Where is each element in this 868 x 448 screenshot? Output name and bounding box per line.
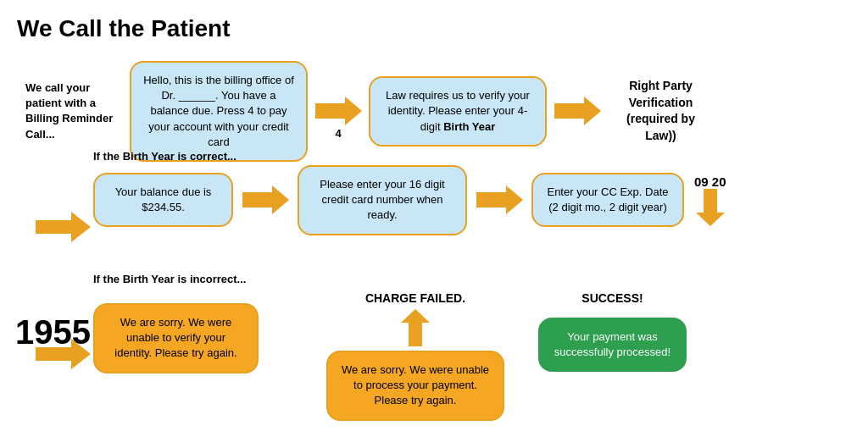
if-incorrect-label: If the Birth Year is incorrect...: [93, 271, 246, 286]
svg-marker-5: [36, 212, 91, 242]
arrow-up-chargefail: [401, 309, 430, 346]
arrow3: [240, 185, 291, 215]
bubble1: Hello, this is the billing office of Dr.…: [130, 61, 308, 162]
bubble3: Your balance due is $234.55.: [93, 173, 233, 227]
svg-marker-6: [36, 339, 91, 369]
arrow-left-correct: [36, 212, 91, 246]
bubble7: We are sorry. We were unable to process …: [326, 351, 504, 421]
svg-marker-7: [401, 309, 430, 346]
bubble4: Please enter your 16 digit credit card n…: [298, 165, 467, 235]
row2: Your balance due is $234.55. Please ente…: [93, 165, 726, 235]
date-value: 09 20: [694, 174, 726, 189]
arrow1: 4: [313, 96, 364, 126]
charge-fail-col: CHARGE FAILED. We are sorry. We were una…: [326, 291, 504, 421]
svg-marker-0: [315, 97, 362, 125]
if-correct-label: If the Birth Year is correct...: [93, 148, 236, 163]
svg-marker-1: [554, 97, 601, 125]
bubble5: Enter your CC Exp. Date (2 digit mo., 2 …: [531, 173, 684, 227]
svg-marker-3: [476, 185, 523, 214]
success-label: SUCCESS!: [581, 291, 643, 305]
svg-marker-4: [696, 189, 725, 226]
bubble8: Your payment was successfully processed!: [538, 318, 687, 372]
call-intro: We call your patient with a Billing Remi…: [25, 80, 123, 142]
right-party-box: Right Party Verification (required by La…: [612, 78, 709, 144]
row1: We call your patient with a Billing Remi…: [25, 61, 856, 162]
bubble6: We are sorry. We were unable to verify y…: [93, 303, 259, 373]
page-container: We Call the Patient We call your patient…: [0, 0, 868, 448]
bubble2: Law requires us to verify your identity.…: [369, 76, 547, 147]
arrow-left-incorrect: [36, 339, 91, 373]
page-title: We Call the Patient: [17, 15, 851, 42]
arrow2: [552, 96, 603, 126]
arrow4: [474, 185, 525, 215]
row3: We are sorry. We were unable to verify y…: [93, 291, 687, 421]
charge-failed-label: CHARGE FAILED.: [365, 291, 465, 305]
success-col: SUCCESS! Your payment was successfully p…: [538, 291, 687, 372]
arrow1-label: 4: [335, 127, 341, 140]
arrow-down-success: [696, 189, 725, 226]
svg-marker-2: [242, 185, 289, 214]
